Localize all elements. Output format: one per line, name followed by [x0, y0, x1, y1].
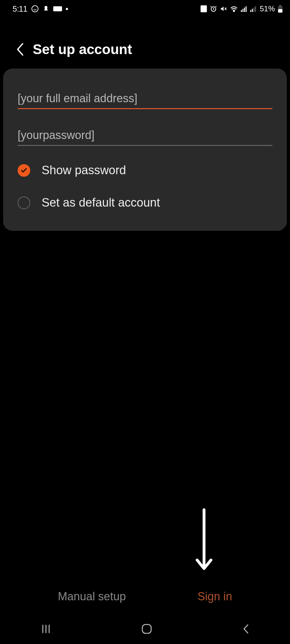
- battery-percent: 51%: [260, 4, 275, 13]
- svg-rect-1: [53, 6, 62, 11]
- page-title: Set up account: [33, 42, 132, 57]
- bottom-actions: Manual setup Sign in: [0, 590, 290, 603]
- home-nav-icon[interactable]: [141, 623, 152, 635]
- svg-rect-6: [242, 9, 243, 12]
- svg-point-0: [32, 6, 38, 12]
- alarm-icon: [210, 5, 217, 12]
- status-left: 5:11: [13, 4, 68, 14]
- app-icon: [43, 5, 49, 12]
- svg-rect-7: [244, 8, 245, 12]
- svg-rect-10: [252, 9, 253, 12]
- signal2-icon: [250, 6, 257, 12]
- svg-rect-8: [246, 6, 247, 12]
- default-account-row[interactable]: Set as default account: [18, 196, 272, 209]
- svg-rect-9: [250, 10, 251, 12]
- lang-icon: [53, 6, 62, 12]
- show-password-row[interactable]: Show password: [18, 164, 272, 177]
- whatsapp-icon: [31, 5, 39, 13]
- signal-icon: [241, 6, 247, 12]
- status-right: 51%: [201, 4, 282, 13]
- svg-rect-11: [253, 8, 254, 12]
- back-nav-icon[interactable]: [242, 624, 249, 634]
- recents-nav-icon[interactable]: [41, 624, 51, 634]
- wifi-icon: [230, 6, 238, 12]
- header: Set up account: [0, 18, 290, 69]
- status-time: 5:11: [13, 4, 27, 14]
- default-account-label: Set as default account: [42, 196, 160, 209]
- svg-rect-12: [255, 6, 256, 12]
- svg-rect-13: [279, 5, 281, 6]
- svg-rect-5: [241, 10, 242, 12]
- default-account-checkbox[interactable]: [18, 197, 30, 209]
- svg-rect-2: [201, 5, 207, 12]
- back-icon[interactable]: [16, 42, 24, 56]
- svg-rect-20: [142, 625, 151, 633]
- calculator-icon: [201, 5, 207, 12]
- show-password-checkbox[interactable]: [18, 164, 30, 177]
- mute-icon: [220, 5, 227, 12]
- password-input-wrap: [18, 127, 272, 146]
- svg-point-4: [233, 11, 234, 12]
- notification-dot-icon: [66, 8, 68, 10]
- email-input-wrap: [18, 90, 272, 109]
- sign-in-button[interactable]: Sign in: [197, 590, 232, 603]
- down-arrow-annotation-icon: [195, 508, 213, 572]
- password-field[interactable]: [18, 127, 272, 146]
- email-field[interactable]: [18, 90, 272, 109]
- show-password-label: Show password: [42, 164, 126, 177]
- svg-rect-15: [278, 9, 282, 13]
- manual-setup-button[interactable]: Manual setup: [58, 590, 126, 603]
- battery-icon: [278, 5, 282, 13]
- setup-card: Show password Set as default account: [3, 69, 287, 231]
- navigation-bar: [0, 623, 290, 635]
- status-bar: 5:11: [0, 0, 290, 18]
